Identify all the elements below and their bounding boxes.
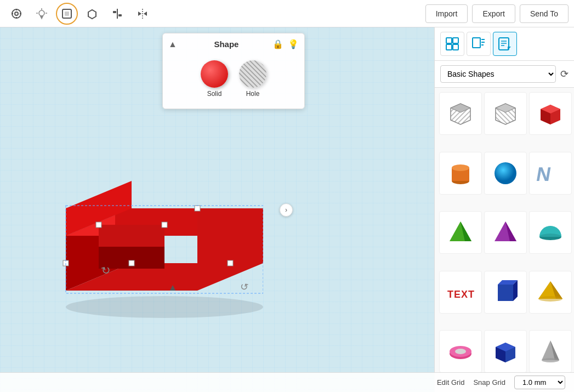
bottom-bar: Edit Grid Snap Grid 1.0 mm 0.1 mm 0.5 mm…	[0, 372, 574, 392]
hole-label: Hole	[246, 90, 260, 98]
align-tool[interactable]	[106, 3, 128, 25]
snap-grid-select[interactable]: 1.0 mm 0.1 mm 0.5 mm 2.0 mm 5.0 mm 10.0 …	[514, 376, 565, 389]
notes-button[interactable]	[493, 32, 517, 56]
shape-pyramid-yellow[interactable]	[529, 271, 572, 314]
shapes-grid: N	[435, 88, 574, 392]
svg-point-83	[455, 349, 466, 354]
svg-rect-42	[446, 38, 452, 43]
category-select[interactable]: Basic Shapes	[440, 65, 556, 83]
hole-circle	[239, 60, 266, 88]
import-button[interactable]: Import	[425, 4, 468, 23]
sidebar-top-icons	[435, 27, 574, 61]
shape-text-n[interactable]: N	[529, 152, 572, 195]
svg-rect-12	[41, 17, 43, 18]
shape-cone-gray[interactable]	[529, 330, 572, 373]
shape-cylinder[interactable]	[439, 152, 482, 195]
panel-collapse-btn[interactable]: ▲	[168, 39, 177, 49]
svg-rect-46	[473, 38, 480, 48]
export-button[interactable]: Export	[472, 4, 515, 23]
mirror-tool[interactable]	[132, 3, 154, 25]
main-area: ▲ Shape 🔒 💡 Solid Hole	[0, 27, 574, 392]
svg-marker-19	[138, 12, 141, 16]
svg-rect-17	[118, 14, 122, 16]
send-to-button[interactable]: Send To	[520, 4, 569, 23]
canvas-area[interactable]: ▲ Shape 🔒 💡 Solid Hole	[0, 27, 434, 392]
light-panel-icon[interactable]: 💡	[288, 39, 299, 49]
shape-box-blue[interactable]	[484, 330, 527, 373]
shape-prism-blue[interactable]	[484, 271, 527, 314]
grid-view-button[interactable]	[440, 32, 464, 56]
svg-marker-25	[197, 208, 263, 263]
lock-icon[interactable]: 🔒	[272, 39, 283, 49]
svg-marker-20	[144, 12, 147, 16]
solid-option[interactable]: Solid	[201, 60, 228, 98]
right-sidebar: Basic Shapes ⟳	[434, 27, 574, 392]
svg-rect-11	[40, 16, 43, 17]
camera-tool[interactable]	[5, 3, 27, 25]
category-row: Basic Shapes ⟳	[435, 61, 574, 88]
shape-pyramid-green[interactable]	[439, 211, 482, 254]
svg-point-1	[15, 12, 18, 15]
svg-rect-37	[195, 206, 200, 211]
svg-marker-29	[99, 225, 164, 247]
shape-torus-pink[interactable]	[439, 330, 482, 373]
hole-option[interactable]: Hole	[239, 60, 266, 98]
panel-title: Shape	[214, 39, 238, 49]
group-tool[interactable]	[81, 3, 103, 25]
shape-panel: ▲ Shape 🔒 💡 Solid Hole	[162, 33, 305, 109]
shape-box-striped[interactable]	[439, 92, 482, 135]
svg-text:N: N	[535, 163, 553, 185]
shape-options: Solid Hole	[168, 55, 299, 103]
toolbar-actions: Import Export Send To	[425, 4, 569, 23]
solid-circle	[201, 60, 228, 88]
svg-point-0	[12, 9, 21, 18]
shape-box-red[interactable]	[529, 92, 572, 135]
shape-pyramid-purple[interactable]	[484, 211, 527, 254]
snap-grid-label: Snap Grid	[473, 378, 505, 387]
svg-rect-50	[499, 38, 509, 50]
shape-sphere[interactable]	[484, 152, 527, 195]
edit-grid-label: Edit Grid	[437, 378, 465, 387]
light-tool[interactable]	[31, 3, 53, 25]
svg-rect-45	[453, 44, 458, 50]
solid-label: Solid	[207, 90, 222, 98]
panel-collapse-right[interactable]: ›	[280, 203, 293, 217]
svg-rect-34	[228, 260, 233, 266]
svg-marker-75	[498, 285, 513, 301]
svg-text:↺: ↺	[240, 281, 249, 293]
svg-rect-36	[162, 222, 167, 228]
shape-tool[interactable]	[56, 3, 78, 25]
svg-point-80	[538, 296, 562, 302]
category-expand-icon[interactable]: ⟳	[560, 68, 569, 80]
svg-rect-16	[113, 11, 116, 13]
svg-point-66	[452, 164, 469, 171]
svg-text:TEXT: TEXT	[447, 289, 475, 300]
toolbar: Import Export Send To	[0, 0, 574, 27]
toolbar-tools	[5, 3, 154, 25]
svg-point-6	[39, 10, 44, 16]
shape-box-striped-2[interactable]	[484, 92, 527, 135]
svg-point-89	[542, 358, 559, 362]
3d-object[interactable]: ↻ ↺	[33, 137, 263, 326]
svg-rect-35	[96, 222, 101, 228]
svg-point-67	[495, 162, 516, 184]
shape-text-red[interactable]: TEXT	[439, 271, 482, 314]
svg-rect-44	[446, 44, 452, 50]
svg-rect-14	[65, 12, 69, 16]
shape-dome-teal[interactable]	[529, 211, 572, 254]
svg-rect-43	[453, 38, 458, 43]
svg-rect-33	[129, 260, 134, 266]
dimension-button[interactable]	[467, 32, 491, 56]
svg-point-21	[66, 296, 263, 318]
